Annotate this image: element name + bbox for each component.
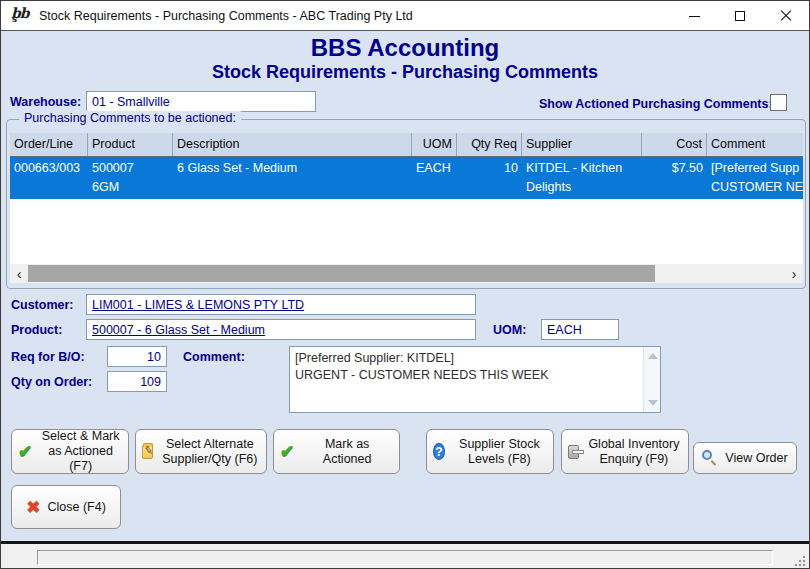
- group-title: Purchasing Comments to be actioned:: [19, 111, 241, 125]
- select-alternate-supplier-button[interactable]: ✎ Select Alternate Supplier/Qty (F6): [135, 429, 267, 474]
- purchasing-comments-group: Purchasing Comments to be actioned: Orde…: [6, 119, 806, 289]
- cell-order-line: 000663/003: [10, 157, 88, 199]
- comment-label: Comment:: [183, 350, 245, 364]
- magnifier-icon: [702, 450, 718, 466]
- status-bar: [1, 544, 809, 569]
- col-header-order-line[interactable]: Order/Line: [10, 133, 88, 156]
- col-header-supplier[interactable]: Supplier: [522, 133, 642, 156]
- qty-on-order-label: Qty on Order:: [11, 375, 92, 389]
- app-window: bb s Stock Requirements - Purchasing Com…: [0, 0, 810, 569]
- cell-comment: [Preferred Supp CUSTOMER NE: [707, 157, 803, 199]
- warehouse-value: 01 - Smallville: [92, 95, 170, 109]
- title-bar: bb s Stock Requirements - Purchasing Com…: [1, 1, 809, 31]
- warehouse-field[interactable]: 01 - Smallville: [86, 91, 316, 112]
- comment-line-1: [Preferred Supplier: KITDEL]: [295, 350, 655, 367]
- purchasing-comments-grid[interactable]: Order/Line Product Description UOM Qty R…: [10, 133, 803, 282]
- grid-horizontal-scrollbar[interactable]: ‹ ›: [10, 264, 803, 283]
- cell-qty-req: 10: [457, 157, 522, 199]
- customer-label: Customer:: [11, 298, 74, 312]
- scroll-down-icon[interactable]: [648, 400, 658, 406]
- minimize-icon: [689, 16, 700, 17]
- resize-grip-icon[interactable]: [794, 555, 806, 567]
- cell-product: 500007 6GM: [88, 157, 173, 199]
- supplier-stock-levels-button[interactable]: ? Supplier Stock Levels (F8): [426, 429, 554, 474]
- col-header-cost[interactable]: Cost: [642, 133, 707, 156]
- uom-value: EACH: [547, 323, 582, 337]
- grid-row-selected[interactable]: 000663/003 500007 6GM 6 Glass Set - Medi…: [10, 157, 803, 199]
- customer-field[interactable]: LIM001 - LIMES & LEMONS PTY LTD: [86, 294, 476, 315]
- close-icon: [780, 10, 792, 22]
- scroll-up-icon[interactable]: [648, 353, 658, 359]
- show-actioned-label: Show Actioned Purchasing Comments:: [539, 97, 773, 111]
- scroll-left-icon[interactable]: ‹: [10, 264, 28, 283]
- question-icon: ?: [433, 443, 445, 460]
- req-bo-field[interactable]: 10: [107, 346, 167, 367]
- cell-supplier: KITDEL - Kitchen Delights: [522, 157, 642, 199]
- col-header-uom[interactable]: UOM: [412, 133, 457, 156]
- uom-field[interactable]: EACH: [541, 319, 619, 340]
- cabinet-icon: [568, 445, 579, 459]
- cell-uom: EACH: [412, 157, 457, 199]
- col-header-product[interactable]: Product: [88, 133, 173, 156]
- show-actioned-checkbox[interactable]: [770, 94, 787, 111]
- grid-header-row: Order/Line Product Description UOM Qty R…: [10, 133, 803, 157]
- check-icon: ✔: [18, 441, 32, 462]
- qty-on-order-value: 109: [140, 375, 161, 389]
- req-bo-value: 10: [147, 350, 161, 364]
- view-order-button[interactable]: View Order: [693, 442, 797, 474]
- uom-label: UOM:: [493, 323, 526, 337]
- warehouse-label: Warehouse:: [10, 95, 81, 109]
- comment-scrollbar[interactable]: [643, 347, 660, 412]
- window-title: Stock Requirements - Purchasing Comments…: [39, 9, 413, 23]
- close-button[interactable]: ✖ Close (F4): [11, 485, 121, 529]
- folder-edit-icon: ✎: [142, 445, 153, 459]
- col-header-qty-req[interactable]: Qty Req: [457, 133, 522, 156]
- product-field[interactable]: 500007 - 6 Glass Set - Medium: [86, 319, 476, 340]
- comment-box[interactable]: [Preferred Supplier: KITDEL] URGENT - CU…: [289, 346, 661, 413]
- col-header-description[interactable]: Description: [173, 133, 412, 156]
- product-link[interactable]: 500007 - 6 Glass Set - Medium: [92, 323, 265, 337]
- screen-title: Stock Requirements - Purchasing Comments: [1, 62, 809, 83]
- minimize-button[interactable]: [671, 1, 717, 31]
- mark-as-actioned-button[interactable]: ✔ Mark as Actioned: [273, 429, 400, 474]
- req-bo-label: Req for B/O:: [11, 350, 85, 364]
- check-icon: ✔: [280, 441, 294, 462]
- comment-line-2: URGENT - CUSTOMER NEEDS THIS WEEK: [295, 367, 655, 384]
- app-title: BBS Accounting: [1, 34, 809, 62]
- cell-description: 6 Glass Set - Medium: [173, 157, 412, 199]
- global-inventory-enquiry-button[interactable]: Global Inventory Enquiry (F9): [561, 429, 689, 474]
- app-logo-sub: s: [12, 14, 17, 24]
- qty-on-order-field[interactable]: 109: [107, 371, 167, 392]
- select-mark-actioned-button[interactable]: ✔ Select & Mark as Actioned (F7): [11, 429, 129, 474]
- product-label: Product:: [11, 323, 62, 337]
- scroll-right-icon[interactable]: ›: [785, 264, 803, 283]
- customer-link[interactable]: LIM001 - LIMES & LEMONS PTY LTD: [92, 298, 304, 312]
- col-header-comment[interactable]: Comment: [707, 133, 803, 156]
- status-panel: [37, 550, 773, 565]
- close-x-icon: ✖: [26, 497, 40, 518]
- close-window-button[interactable]: [763, 1, 809, 31]
- maximize-icon: [735, 11, 745, 21]
- scrollbar-thumb[interactable]: [28, 265, 655, 282]
- maximize-button[interactable]: [717, 1, 763, 31]
- cell-cost: $7.50: [642, 157, 707, 199]
- scrollbar-track[interactable]: [28, 264, 785, 283]
- app-logo-icon: bb s: [9, 5, 31, 27]
